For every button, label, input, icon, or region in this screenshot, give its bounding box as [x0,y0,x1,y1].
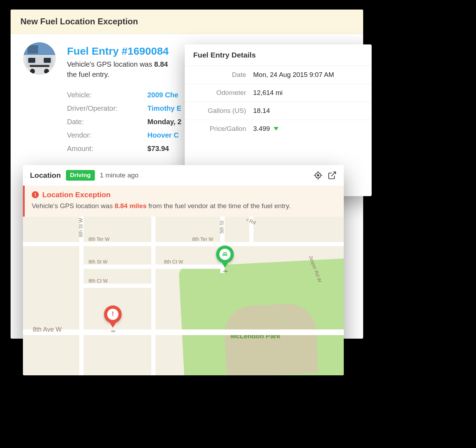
detail-price-value: 3.499 [253,125,279,133]
exc-prefix: Vehicle's GPS location was [32,202,115,210]
svg-line-15 [331,172,336,176]
exception-title: New Fuel Location Exception [20,17,353,26]
open-external-icon[interactable] [328,171,337,180]
exception-banner-text: Vehicle's GPS location was 8.84 miles fr… [32,201,337,211]
detail-row-date: Date Mon, 24 Aug 2015 9:07 AM [185,66,372,84]
detail-row-gallons: Gallons (US) 18.14 [185,102,372,120]
road-label: 8th Ct W [164,259,183,265]
price-number: 3.499 [253,125,270,133]
road-horizontal [23,329,344,335]
location-card: Location Driving 1 minute ago ! Location… [23,165,344,375]
amount-label: Amount: [67,142,147,155]
svg-rect-6 [30,65,49,67]
status-badge-driving: Driving [66,170,95,181]
location-header: Location Driving 1 minute ago [23,165,344,186]
road-vertical [151,217,155,375]
location-title: Location [30,171,61,180]
road-label: 8th St W [78,218,84,237]
detail-gallons-value: 18.14 [253,107,270,115]
road-label: 8th Ave W [33,326,62,333]
road-vertical [79,217,84,375]
driver-link[interactable]: Timothy E [147,102,181,115]
detail-price-label: Price/Gallon [193,125,253,133]
vendor-marker[interactable]: ! [104,305,122,324]
svg-rect-5 [44,58,51,63]
desc-suffix: the fuel entry. [67,71,109,78]
svg-point-10 [317,175,319,176]
vehicle-avatar [23,42,56,75]
amount-value: $73.94 [147,142,169,155]
map[interactable]: McLendon Park 8th St W 8th Ter W 8th Ter… [23,217,344,375]
desc-prefix: Vehicle's GPS location was [67,60,154,68]
details-title: Fuel Entry Details [185,44,372,66]
vendor-link[interactable]: Hoover C [147,128,179,142]
vehicle-link[interactable]: 2009 Che [147,88,178,102]
location-exception-banner: ! Location Exception Vehicle's GPS locat… [23,186,344,217]
road-label: 5th St [219,220,225,234]
road-label: 8th Ter W [192,236,213,242]
road-label: 8th Ct W [89,278,108,284]
road-label: r Rd [246,217,257,225]
detail-odometer-label: Odometer [193,89,253,97]
road-label: 8th Ter W [89,236,110,242]
vehicle-marker[interactable] [216,246,234,264]
price-down-icon [274,127,279,131]
alert-icon: ! [32,191,39,198]
vendor-label: Vendor: [67,128,147,142]
svg-point-8 [44,69,49,74]
svg-rect-1 [28,45,38,54]
road-horizontal [79,265,224,269]
detail-date-value: Mon, 24 Aug 2015 9:07 AM [253,71,334,79]
detail-gallons-label: Gallons (US) [193,107,253,115]
detail-date-label: Date [193,71,253,79]
date-value: Monday, 2 [147,115,181,128]
exc-suffix: from the fuel vendor at the time of the … [147,202,291,210]
exception-banner-title: Location Exception [42,190,111,199]
location-updated-time: 1 minute ago [100,171,139,179]
driver-label: Driver/Operator: [67,102,147,115]
recenter-icon[interactable] [313,171,323,180]
svg-rect-4 [28,58,35,63]
road-label: 8th St W [89,259,108,265]
road-horizontal [23,242,344,246]
desc-distance: 8.84 [154,60,168,68]
exc-distance: 8.84 miles [115,202,147,210]
svg-point-7 [30,69,35,74]
exception-header: New Fuel Location Exception [11,10,363,34]
detail-row-odometer: Odometer 12,614 mi [185,84,372,102]
detail-odometer-value: 12,614 mi [253,89,282,97]
road-horizontal [79,284,153,288]
date-label: Date: [67,115,147,128]
exception-title-row: ! Location Exception [32,190,337,199]
vehicle-label: Vehicle: [67,88,147,102]
